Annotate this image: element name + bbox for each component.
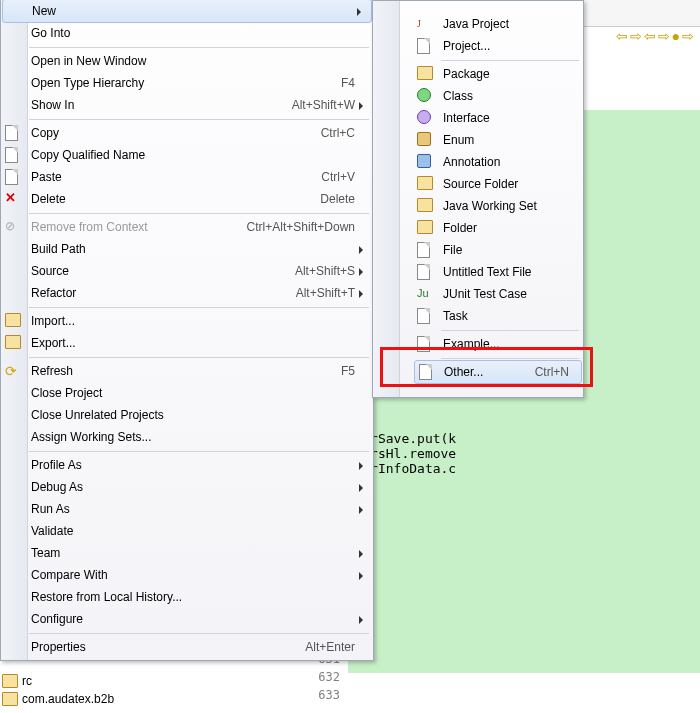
menu-item-label: Package bbox=[443, 67, 583, 81]
refresh-icon: ⟳ bbox=[5, 363, 21, 379]
menu-item-label: Refresh bbox=[31, 364, 341, 378]
menu-item-import-[interactable]: Import... bbox=[1, 310, 373, 332]
menu-item-label: Remove from Context bbox=[31, 220, 247, 234]
nav-arrow-icon[interactable]: ⇦ bbox=[644, 28, 656, 44]
menu-item-properties[interactable]: PropertiesAlt+Enter bbox=[1, 636, 373, 658]
submenu-item-enum[interactable]: Enum bbox=[413, 129, 583, 151]
menu-item-profile-as[interactable]: Profile As bbox=[1, 454, 373, 476]
submenu-item-untitled-text-file[interactable]: Untitled Text File bbox=[413, 261, 583, 283]
nav-arrows[interactable]: ⇦⇨⇦⇨●⇨ bbox=[616, 28, 694, 44]
menu-list: NewGo IntoOpen in New WindowOpen Type Hi… bbox=[1, 0, 373, 658]
menu-item-show-in[interactable]: Show InAlt+Shift+W bbox=[1, 94, 373, 116]
menu-item-label: Paste bbox=[31, 170, 321, 184]
menu-item-label: Show In bbox=[31, 98, 292, 112]
menu-accelerator: Delete bbox=[320, 192, 373, 206]
menu-item-restore-from-local-history-[interactable]: Restore from Local History... bbox=[1, 586, 373, 608]
context-menu: NewGo IntoOpen in New WindowOpen Type Hi… bbox=[0, 0, 374, 661]
nav-arrow-icon[interactable]: ⇦ bbox=[616, 28, 628, 44]
menu-item-go-into[interactable]: Go Into bbox=[1, 22, 373, 44]
tree-item[interactable]: com.audatex.b2b bbox=[0, 690, 114, 708]
menu-accelerator: Ctrl+N bbox=[535, 365, 581, 379]
menu-item-label: Debug As bbox=[31, 480, 373, 494]
menu-item-build-path[interactable]: Build Path bbox=[1, 238, 373, 260]
tree-label: rc bbox=[22, 674, 32, 688]
submenu-list: JJava ProjectProject...PackageClassInter… bbox=[373, 13, 583, 384]
submenu-item-annotation[interactable]: Annotation bbox=[413, 151, 583, 173]
menu-item-compare-with[interactable]: Compare With bbox=[1, 564, 373, 586]
menu-item-validate[interactable]: Validate bbox=[1, 520, 373, 542]
submenu-item-java-working-set[interactable]: Java Working Set bbox=[413, 195, 583, 217]
menu-item-delete[interactable]: ✕DeleteDelete bbox=[1, 188, 373, 210]
menu-item-label: JUnit Test Case bbox=[443, 287, 583, 301]
menu-item-label: File bbox=[443, 243, 583, 257]
package-icon bbox=[417, 66, 433, 82]
menu-item-run-as[interactable]: Run As bbox=[1, 498, 373, 520]
menu-item-label: Copy Qualified Name bbox=[31, 148, 373, 162]
project-icon bbox=[419, 364, 435, 380]
nav-arrow-icon[interactable]: ⇨ bbox=[682, 28, 694, 44]
menu-item-label: Close Project bbox=[31, 386, 373, 400]
submenu-item-example-[interactable]: Example... bbox=[413, 333, 583, 355]
menu-item-label: Interface bbox=[443, 111, 583, 125]
folder-icon bbox=[417, 176, 433, 192]
menu-item-label: Properties bbox=[31, 640, 305, 654]
menu-item-label: Java Working Set bbox=[443, 199, 583, 213]
submenu-item-java-project[interactable]: JJava Project bbox=[413, 13, 583, 35]
submenu-item-project-[interactable]: Project... bbox=[413, 35, 583, 57]
menu-item-copy[interactable]: CopyCtrl+C bbox=[1, 122, 373, 144]
submenu-item-class[interactable]: Class bbox=[413, 85, 583, 107]
menu-item-debug-as[interactable]: Debug As bbox=[1, 476, 373, 498]
project-icon bbox=[417, 336, 433, 352]
package-icon bbox=[2, 674, 18, 688]
menu-item-label: Assign Working Sets... bbox=[31, 430, 373, 444]
project-icon bbox=[417, 38, 433, 54]
submenu-item-folder[interactable]: Folder bbox=[413, 217, 583, 239]
folder-icon bbox=[417, 220, 433, 236]
nav-arrow-icon[interactable]: ⇨ bbox=[658, 28, 670, 44]
menu-item-team[interactable]: Team bbox=[1, 542, 373, 564]
delete-icon: ✕ bbox=[5, 191, 21, 207]
remove-icon: ⊘ bbox=[5, 219, 21, 235]
menu-item-label: Export... bbox=[31, 336, 373, 350]
menu-item-open-type-hierarchy[interactable]: Open Type HierarchyF4 bbox=[1, 72, 373, 94]
menu-item-label: Source Folder bbox=[443, 177, 583, 191]
menu-item-source[interactable]: SourceAlt+Shift+S bbox=[1, 260, 373, 282]
menu-item-label: Go Into bbox=[31, 26, 373, 40]
java-project-icon: J bbox=[417, 16, 433, 32]
menu-accelerator: Alt+Shift+W bbox=[292, 98, 373, 112]
clipboard-icon bbox=[5, 147, 21, 163]
file-icon bbox=[417, 242, 433, 258]
menu-item-label: Folder bbox=[443, 221, 583, 235]
menu-item-label: Delete bbox=[31, 192, 320, 206]
nav-arrow-icon[interactable]: ⇨ bbox=[630, 28, 642, 44]
menu-item-refactor[interactable]: RefactorAlt+Shift+T bbox=[1, 282, 373, 304]
submenu-item-package[interactable]: Package bbox=[413, 63, 583, 85]
menu-accelerator: Ctrl+V bbox=[321, 170, 373, 184]
new-submenu: JJava ProjectProject...PackageClassInter… bbox=[372, 0, 584, 398]
export-icon bbox=[5, 335, 21, 351]
menu-item-label: Open in New Window bbox=[31, 54, 373, 68]
menu-item-assign-working-sets-[interactable]: Assign Working Sets... bbox=[1, 426, 373, 448]
nav-arrow-icon[interactable]: ● bbox=[672, 28, 680, 44]
menu-item-open-in-new-window[interactable]: Open in New Window bbox=[1, 50, 373, 72]
menu-item-close-project[interactable]: Close Project bbox=[1, 382, 373, 404]
menu-item-copy-qualified-name[interactable]: Copy Qualified Name bbox=[1, 144, 373, 166]
menu-item-refresh[interactable]: ⟳RefreshF5 bbox=[1, 360, 373, 382]
submenu-item-source-folder[interactable]: Source Folder bbox=[413, 173, 583, 195]
menu-accelerator: F5 bbox=[341, 364, 373, 378]
menu-item-label: Restore from Local History... bbox=[31, 590, 373, 604]
menu-item-export-[interactable]: Export... bbox=[1, 332, 373, 354]
submenu-item-task[interactable]: Task bbox=[413, 305, 583, 327]
submenu-icon-gutter bbox=[373, 1, 400, 397]
menu-item-label: Close Unrelated Projects bbox=[31, 408, 373, 422]
project-tree[interactable]: rccom.audatex.b2b bbox=[0, 672, 114, 708]
menu-item-close-unrelated-projects[interactable]: Close Unrelated Projects bbox=[1, 404, 373, 426]
submenu-item-file[interactable]: File bbox=[413, 239, 583, 261]
menu-item-new[interactable]: New bbox=[2, 0, 372, 23]
menu-item-paste[interactable]: PasteCtrl+V bbox=[1, 166, 373, 188]
submenu-item-interface[interactable]: Interface bbox=[413, 107, 583, 129]
submenu-item-junit-test-case[interactable]: JuJUnit Test Case bbox=[413, 283, 583, 305]
submenu-item-other-[interactable]: Other...Ctrl+N bbox=[414, 360, 582, 384]
tree-item[interactable]: rc bbox=[0, 672, 114, 690]
menu-item-configure[interactable]: Configure bbox=[1, 608, 373, 630]
